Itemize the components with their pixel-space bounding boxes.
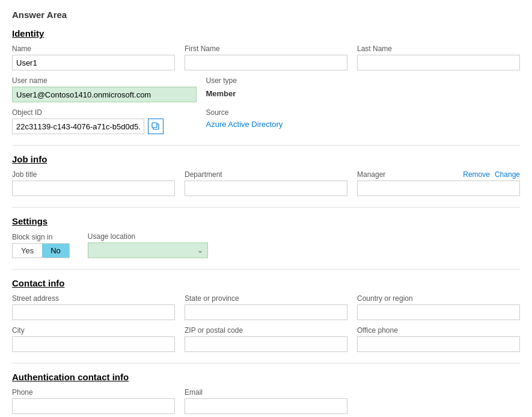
username-label: User name [12,76,197,85]
firstname-label: First Name [185,45,347,53]
jobtitle-label: Job title [12,170,175,179]
zip-input[interactable] [185,336,347,352]
phone-input[interactable] [12,398,175,414]
zip-label: ZIP or postal code [185,326,347,335]
manager-input[interactable] [357,181,520,196]
usertype-label: User type [206,76,326,85]
city-group: City [12,326,175,352]
blocksignin-label: Block sign in [12,233,70,241]
source-value[interactable]: Azure Active Directory [206,119,326,130]
contactinfo-section-title: Contact info [12,278,520,288]
divider-2 [12,207,520,208]
usertype-value: Member [206,87,326,100]
authcontact-section-title: Authentication contact info [12,372,520,382]
copy-icon[interactable] [148,119,164,134]
state-group: State or province [185,294,347,320]
jobinfo-row-1: Job title Department Manager Remove Chan… [12,170,520,196]
state-input[interactable] [185,304,347,320]
manager-remove-link[interactable]: Remove [463,170,490,179]
contactinfo-row-1: Street address State or province Country… [12,294,520,320]
settings-section: Settings Block sign in Yes No Usage loca… [12,216,520,258]
blocksignin-yes-button[interactable]: Yes [13,244,42,258]
page-title: Answer Area [12,10,520,20]
manager-change-link[interactable]: Change [495,170,520,179]
settings-section-title: Settings [12,216,520,226]
city-input[interactable] [12,336,175,352]
username-group: User name [12,76,197,102]
phone-group: Phone [12,388,175,414]
manager-actions: Remove Change [463,170,520,179]
streetaddress-group: Street address [12,294,175,320]
email-label: Email [185,388,347,397]
identity-row-2: User name User type Member [12,76,520,102]
officephone-group: Office phone [357,326,520,352]
usertype-group: User type Member [206,76,326,100]
identity-section: Identity Name First Name Last Name User … [12,28,520,134]
blocksignin-group: Block sign in Yes No [12,233,70,258]
state-label: State or province [185,294,347,303]
streetaddress-input[interactable] [12,304,175,320]
name-label: Name [12,45,175,53]
identity-section-title: Identity [12,28,520,39]
jobinfo-section-title: Job info [12,154,520,164]
blocksignin-no-button[interactable]: No [42,244,69,258]
source-label: Source [206,108,326,117]
identity-row-1: Name First Name Last Name [12,45,520,70]
phone-label: Phone [12,388,175,397]
blocksignin-toggle: Yes No [12,243,70,258]
email-input[interactable] [185,398,347,414]
lastname-group: Last Name [357,45,520,70]
zip-group: ZIP or postal code [185,326,347,352]
manager-header: Manager Remove Change [357,170,520,179]
usagelocation-select[interactable] [88,242,208,258]
objectid-input[interactable] [12,119,144,134]
officephone-label: Office phone [357,326,520,335]
lastname-input[interactable] [357,55,520,70]
authcontact-row-1: Phone Email [12,388,520,414]
firstname-input[interactable] [185,55,347,70]
divider-4 [12,363,520,363]
objectid-label: Object ID [12,108,197,117]
settings-row-1: Block sign in Yes No Usage location ⌄ [12,232,520,258]
usagelocation-dropdown: ⌄ [88,242,208,258]
country-group: Country or region [357,294,520,320]
usagelocation-label: Usage location [88,232,208,241]
jobinfo-section: Job info Job title Department Manager Re… [12,154,520,196]
svg-rect-1 [152,123,157,128]
source-group: Source Azure Active Directory [206,108,326,130]
authcontact-section: Authentication contact info Phone Email … [12,372,520,417]
department-label: Department [185,170,347,179]
department-input[interactable] [185,181,347,196]
contactinfo-row-2: City ZIP or postal code Office phone [12,326,520,352]
firstname-group: First Name [185,45,347,70]
streetaddress-label: Street address [12,294,175,303]
jobtitle-input[interactable] [12,181,175,196]
country-label: Country or region [357,294,520,303]
usagelocation-group: Usage location ⌄ [88,232,208,258]
email-group: Email [185,388,347,414]
lastname-label: Last Name [357,45,520,53]
name-group: Name [12,45,175,70]
manager-group: Manager Remove Change [357,170,520,196]
divider-3 [12,269,520,270]
name-input[interactable] [12,55,175,70]
jobtitle-group: Job title [12,170,175,196]
divider-1 [12,145,520,146]
identity-row-3: Object ID Source Azure Active Directory [12,108,520,134]
city-label: City [12,326,175,335]
objectid-row [12,119,197,134]
objectid-group: Object ID [12,108,197,134]
manager-label: Manager [357,170,385,179]
contactinfo-section: Contact info Street address State or pro… [12,278,520,352]
country-input[interactable] [357,304,520,320]
department-group: Department [185,170,347,196]
username-input[interactable] [12,87,197,102]
officephone-input[interactable] [357,336,520,352]
